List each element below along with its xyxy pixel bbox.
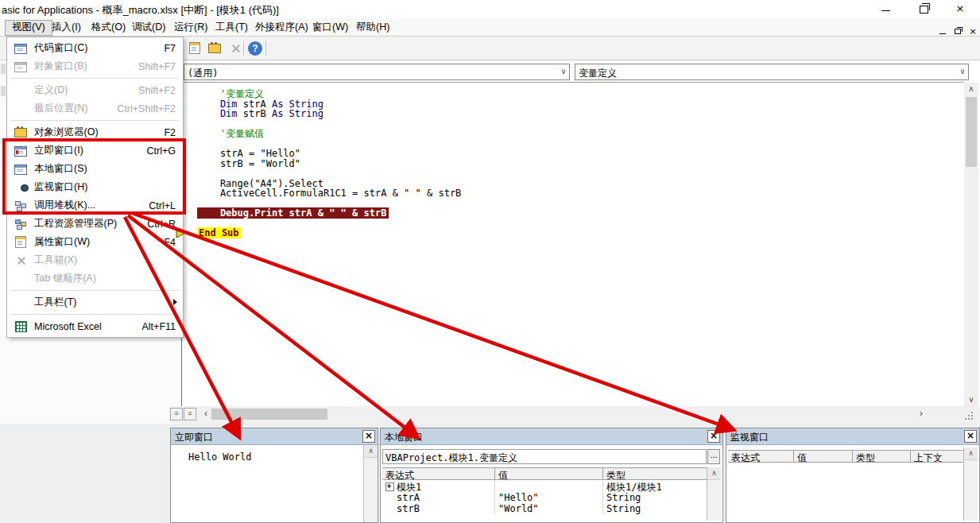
close-button[interactable]: × — [948, 0, 972, 17]
menu-debug[interactable]: 调试(D) — [126, 20, 172, 34]
column-header-value[interactable]: 值 — [495, 467, 603, 480]
menu-insert[interactable]: 插入(I) — [45, 20, 87, 34]
mdi-restore-button[interactable] — [951, 23, 964, 33]
menu-run[interactable]: 运行(R) — [168, 20, 214, 34]
locals-close-button[interactable]: × — [707, 430, 720, 443]
menu-tools[interactable]: 工具(T) — [209, 20, 254, 34]
code-line — [197, 119, 964, 130]
window-title: asic for Applications - 概率_macro.xlsx [中… — [2, 3, 279, 17]
help-toolbar-button[interactable]: ? — [246, 41, 264, 57]
menu-separator — [11, 314, 179, 315]
code-line — [197, 219, 964, 229]
procedure-view-button[interactable]: ≡ — [170, 408, 183, 420]
procedure-dropdown[interactable]: (通用) ∨ — [184, 64, 570, 80]
code-editor[interactable]: '变量定义 Dim strA As String Dim strB As Str… — [182, 82, 964, 406]
column-header-type[interactable]: 类型 — [603, 467, 711, 480]
column-header-type[interactable]: 类型 — [853, 450, 911, 463]
menu-item-object-window: 对象窗口(B) Shift+F7 — [7, 57, 183, 76]
hidden-icon-sliver — [1, 64, 6, 74]
object-browser-icon — [208, 44, 221, 53]
properties-icon — [189, 42, 200, 54]
value-cell — [495, 481, 603, 492]
menu-item-microsoft-excel[interactable]: Microsoft Excel Alt+F11 — [7, 317, 183, 335]
mdi-minimize-icon — [939, 33, 946, 34]
immediate-window-titlebar[interactable]: 立即窗口 × — [171, 428, 378, 445]
menu-item-properties-window[interactable]: 属性窗口(W) F4 — [7, 233, 183, 251]
menu-addins[interactable]: 外接程序(A) — [249, 20, 315, 34]
minimize-button[interactable] — [873, 0, 897, 17]
scroll-right-icon[interactable]: › — [915, 408, 928, 420]
scroll-up-icon[interactable]: ∧ — [964, 83, 978, 95]
watch-scrollbar[interactable]: ∧ — [963, 447, 978, 521]
object-browser-toolbar-button[interactable] — [206, 41, 223, 57]
scrollbar-thumb[interactable] — [211, 409, 327, 420]
menu-item-project-explorer[interactable]: 工程资源管理器(P) Ctrl+R — [7, 215, 183, 233]
scroll-up-icon[interactable]: ∧ — [964, 447, 978, 460]
minimize-icon — [881, 10, 890, 11]
immediate-output[interactable]: Hello World — [188, 451, 251, 463]
properties-window-toolbar-button[interactable] — [186, 41, 203, 57]
table-row[interactable]: strA "Hello" String — [382, 492, 711, 503]
table-row[interactable]: strB "World" String — [382, 503, 711, 514]
value-cell: "World" — [495, 503, 603, 514]
scroll-down-icon[interactable]: ∨ — [964, 393, 978, 406]
close-icon: × — [956, 2, 965, 14]
object-window-icon — [7, 60, 34, 72]
mdi-minimize-button[interactable] — [936, 23, 949, 33]
immediate-close-button[interactable]: × — [362, 430, 375, 443]
chevron-down-icon: ∨ — [561, 67, 566, 76]
column-header-context[interactable]: 上下文 — [911, 450, 966, 463]
immediate-window-panel: 立即窗口 × Hello World ∧ — [170, 428, 378, 523]
scroll-up-icon[interactable]: ∧ — [707, 467, 721, 480]
close-icon: × — [710, 430, 718, 441]
close-icon: × — [365, 430, 373, 441]
watch-grid-header: 表达式 值 类型 上下文 — [728, 450, 966, 463]
table-row[interactable]: 模块1 模块1/模块1 — [382, 481, 711, 492]
resize-grip-icon[interactable] — [965, 411, 974, 420]
menu-item-watch-window[interactable]: 监视窗口(H) — [7, 178, 183, 196]
column-header-expression[interactable]: 表达式 — [728, 450, 794, 463]
locals-scrollbar[interactable]: ∧ — [707, 467, 721, 521]
code-line — [197, 139, 964, 149]
code-vertical-scrollbar[interactable]: ∧ ∨ — [964, 83, 978, 406]
help-icon: ? — [248, 41, 262, 56]
menu-item-call-stack[interactable]: 调用堆栈(K)... Ctrl+L — [7, 196, 183, 215]
code-horizontal-scrollbar[interactable]: ≡ ≡ ‹ › — [169, 406, 980, 423]
menu-item-locals-window[interactable]: 本地窗口(S) — [7, 160, 183, 178]
code-line-current: End Sub — [197, 228, 964, 238]
expand-icon[interactable] — [385, 482, 394, 491]
menu-item-object-browser[interactable]: 对象浏览器(O) F2 — [7, 123, 183, 141]
menu-item-code-window[interactable]: 代码窗口(C) F7 — [7, 39, 183, 57]
menu-help[interactable]: 帮助(H) — [350, 20, 396, 34]
column-header-expression[interactable]: 表达式 — [382, 467, 495, 480]
menu-window[interactable]: 窗口(W) — [306, 20, 354, 34]
code-window-icon — [7, 42, 34, 53]
scrollbar-thumb[interactable] — [966, 97, 977, 167]
menu-item-toolbars[interactable]: 工具栏(T) — [7, 293, 183, 312]
type-cell: String — [603, 492, 711, 503]
expression-cell: strB — [382, 503, 495, 514]
watch-close-button[interactable]: × — [964, 430, 977, 443]
column-header-value[interactable]: 值 — [794, 450, 853, 463]
mdi-close-button[interactable]: × — [966, 23, 979, 33]
locals-window-titlebar[interactable]: 本地窗口 × — [381, 428, 722, 445]
scroll-up-icon[interactable]: ∧ — [364, 445, 378, 458]
immediate-scrollbar[interactable]: ∧ — [363, 445, 378, 522]
locals-more-button[interactable]: ... — [707, 449, 720, 464]
watch-window-titlebar[interactable]: 监视窗口 × — [726, 428, 979, 445]
locals-grid-header: 表达式 值 类型 — [382, 467, 711, 480]
full-module-view-button[interactable]: ≡ — [184, 408, 196, 420]
title-bar: asic for Applications - 概率_macro.xlsx [中… — [0, 0, 980, 18]
watch-window-icon — [7, 182, 34, 193]
toolbar-separator — [265, 41, 266, 56]
project-explorer-icon — [7, 219, 34, 230]
restore-button[interactable] — [912, 0, 935, 17]
scroll-left-icon[interactable]: ‹ — [199, 408, 212, 420]
menu-bar: 视图(V) 插入(I) 格式(O) 调试(D) 运行(R) 工具(T) 外接程序… — [0, 18, 980, 37]
immediate-window-icon — [7, 145, 34, 156]
menu-item-immediate-window[interactable]: 立即窗口(I) Ctrl+G — [7, 141, 183, 160]
call-stack-icon — [7, 200, 34, 211]
vba-editor-window: asic for Applications - 概率_macro.xlsx [中… — [0, 0, 980, 523]
member-dropdown[interactable]: 变量定义 ∨ — [575, 64, 969, 80]
hidden-icon-sliver — [1, 86, 6, 96]
